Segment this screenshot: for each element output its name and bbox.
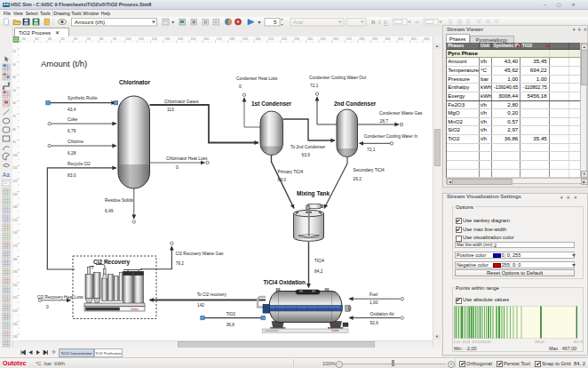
svg-text:200: 200 <box>256 37 261 41</box>
svg-text:72,1: 72,1 <box>310 84 319 88</box>
svg-text:50: 50 <box>61 37 65 41</box>
svg-text:0: 0 <box>239 84 242 89</box>
svg-text:130: 130 <box>164 37 170 41</box>
svg-text:40: 40 <box>12 76 16 79</box>
svg-text:To Cl2 recovery: To Cl2 recovery <box>197 292 227 297</box>
svg-text:26,2: 26,2 <box>354 177 362 181</box>
svg-text:Condenser Waste Gas: Condenser Waste Gas <box>379 111 423 116</box>
svg-text:230: 230 <box>12 323 18 326</box>
svg-text:28,7: 28,7 <box>380 119 389 124</box>
svg-text:Chlorinator: Chlorinator <box>119 79 150 85</box>
svg-text:Residue Solids: Residue Solids <box>105 198 134 203</box>
svg-text:0: 0 <box>176 165 179 170</box>
svg-text:43,4: 43,4 <box>68 108 76 112</box>
svg-text:320: 320 <box>411 37 417 41</box>
svg-text:Cl2 Recovery Waste Gas: Cl2 Recovery Waste Gas <box>176 252 224 256</box>
svg-text:72,1: 72,1 <box>367 148 376 152</box>
svg-text:5: 5 <box>274 19 277 25</box>
svg-text:Primary TiCl4: Primary TiCl4 <box>278 170 304 174</box>
svg-text:6,49: 6,49 <box>105 209 114 213</box>
svg-text:150: 150 <box>191 37 196 41</box>
svg-text:30: 30 <box>35 37 38 41</box>
svg-text:Condenser Heat Loss: Condenser Heat Loss <box>236 76 278 81</box>
svg-text:80: 80 <box>99 37 103 41</box>
svg-text:260: 260 <box>333 37 338 41</box>
svg-text:240: 240 <box>12 335 18 339</box>
svg-text:290: 290 <box>372 37 377 41</box>
svg-text:70: 70 <box>12 115 16 118</box>
svg-text:130: 130 <box>12 193 18 196</box>
svg-text:140: 140 <box>12 205 18 209</box>
svg-text:63,9: 63,9 <box>302 153 311 157</box>
svg-text:I: I <box>377 19 381 25</box>
svg-text:113: 113 <box>167 108 174 112</box>
svg-text:330: 330 <box>424 37 429 41</box>
svg-text:Outotec: Outotec <box>331 329 340 332</box>
svg-text:TiCl4: TiCl4 <box>314 259 324 263</box>
svg-text:60: 60 <box>12 101 16 105</box>
svg-text:69,0: 69,0 <box>278 178 287 182</box>
svg-text:43,44: 43,44 <box>462 340 470 344</box>
svg-text:2nd Condenser: 2nd Condenser <box>334 100 377 107</box>
svg-text:0: 0 <box>46 305 49 309</box>
svg-text:Amount (t/h): Amount (t/h) <box>41 59 87 68</box>
svg-text:180: 180 <box>12 258 18 261</box>
svg-text:Aa: Aa <box>3 172 10 178</box>
svg-text:20: 20 <box>22 37 26 41</box>
svg-text:Condenser Cooling Water In: Condenser Cooling Water In <box>364 134 418 139</box>
svg-text:240: 240 <box>307 37 313 41</box>
svg-text:461,75: 461,75 <box>574 340 584 344</box>
svg-text:170: 170 <box>217 37 222 41</box>
svg-text:TiO2: TiO2 <box>226 312 236 316</box>
svg-text:Synthetic Rutile: Synthetic Rutile <box>68 96 98 100</box>
svg-text:92,6: 92,6 <box>370 321 379 325</box>
svg-text:✑: ✑ <box>415 20 419 25</box>
svg-text:220: 220 <box>282 37 287 41</box>
svg-text:90: 90 <box>113 37 116 41</box>
svg-text:Cl2 Recovery: Cl2 Recovery <box>93 259 131 266</box>
svg-text:110: 110 <box>139 37 144 41</box>
svg-text:296,37: 296,37 <box>535 340 544 344</box>
svg-text:U: U <box>384 19 388 25</box>
svg-text:220: 220 <box>12 309 18 313</box>
svg-text:140: 140 <box>178 37 183 41</box>
svg-text:170: 170 <box>12 244 18 248</box>
svg-text:79,2: 79,2 <box>176 261 185 266</box>
svg-text:190: 190 <box>12 270 18 274</box>
svg-text:Recycle Cl2: Recycle Cl2 <box>68 162 91 166</box>
svg-text:Cl2 Recovery Heat Loss: Cl2 Recovery Heat Loss <box>37 295 83 300</box>
svg-text:50: 50 <box>12 89 16 92</box>
svg-text:165,69: 165,69 <box>481 340 491 344</box>
svg-text:190: 190 <box>242 37 248 41</box>
svg-text:Condenser Cooling Water Out: Condenser Cooling Water Out <box>309 76 367 80</box>
svg-text:142: 142 <box>197 303 204 308</box>
svg-text:-2,20: -2,20 <box>453 340 460 344</box>
svg-text:210: 210 <box>268 37 274 41</box>
svg-text:30: 30 <box>12 63 16 67</box>
svg-text:83,0: 83,0 <box>68 173 76 178</box>
svg-text:200: 200 <box>12 284 18 287</box>
svg-text:150: 150 <box>12 219 18 222</box>
svg-text:Chlorinator Gases: Chlorinator Gases <box>164 100 199 104</box>
svg-text:160: 160 <box>203 37 209 41</box>
svg-text:6,28: 6,28 <box>68 151 76 156</box>
svg-text:310: 310 <box>398 37 403 41</box>
svg-text:Fuel: Fuel <box>369 292 377 297</box>
svg-text:250: 250 <box>321 37 326 41</box>
svg-text:40: 40 <box>48 37 52 41</box>
svg-text:Chlorinator Heat Loss: Chlorinator Heat Loss <box>166 156 208 161</box>
svg-text:70: 70 <box>87 37 91 41</box>
svg-text:6,79: 6,79 <box>68 129 76 133</box>
svg-text:110: 110 <box>12 166 17 170</box>
svg-text:Chlorine: Chlorine <box>68 140 83 144</box>
svg-text:280: 280 <box>359 37 364 41</box>
svg-text:80: 80 <box>12 128 16 132</box>
svg-text:Amount (t/h): Amount (t/h) <box>75 19 105 25</box>
svg-text:120: 120 <box>152 37 157 41</box>
svg-text:Outotec: Outotec <box>131 308 139 311</box>
svg-text:300: 300 <box>385 37 391 41</box>
svg-text:Oxidation Air: Oxidation Air <box>370 312 395 316</box>
svg-text:20: 20 <box>12 50 16 53</box>
svg-text:Arial: Arial <box>293 20 303 25</box>
svg-text:Secondary TiCl4: Secondary TiCl4 <box>354 168 385 172</box>
